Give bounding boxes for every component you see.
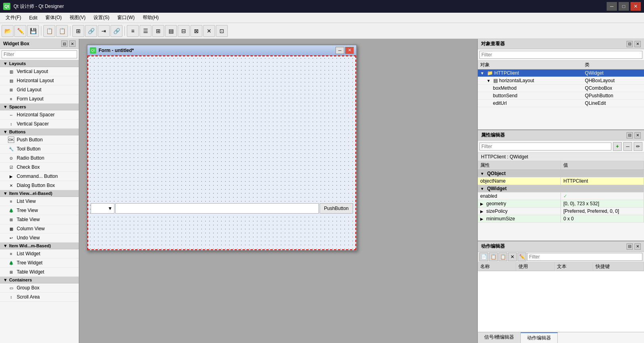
menu-window[interactable]: 窗口(W) — [113, 13, 138, 22]
toolbar-layout-v[interactable]: ☰ — [140, 25, 151, 37]
prop-minus-button[interactable]: ─ — [623, 142, 632, 151]
prop-expand-qwidget[interactable]: ▼ — [480, 187, 484, 191]
prop-sizepolicy-value[interactable]: [Preferred, Preferred, 0, 0] — [561, 208, 644, 215]
prop-expand-geometry[interactable]: ▶ — [480, 202, 483, 206]
widget-tool-button[interactable]: 🔧 Tool Button — [0, 145, 79, 154]
maximize-button[interactable]: □ — [619, 2, 629, 11]
widget-push-button[interactable]: OK Push Button — [0, 135, 79, 145]
widget-form-layout[interactable]: ≡ Form Layout — [0, 94, 79, 104]
toolbar-adjust[interactable]: ⊡ — [216, 25, 228, 37]
widget-box-float[interactable]: ⊟ — [61, 40, 68, 47]
action-tab-action-editor[interactable]: 动作编辑器 — [521, 332, 558, 343]
category-layouts[interactable]: ▼ Layouts — [0, 60, 79, 67]
form-minimize[interactable]: ─ — [336, 47, 344, 54]
close-button[interactable]: ✕ — [630, 2, 641, 11]
widget-command-button[interactable]: ▶ Command... Button — [0, 172, 79, 181]
prop-enabled-value[interactable]: ✓ — [561, 193, 644, 200]
form-pushbutton[interactable]: PushButton — [320, 203, 353, 214]
form-canvas[interactable]: ▼ PushButton — [87, 56, 356, 250]
toolbar-copy[interactable]: 📋 — [43, 25, 55, 37]
prop-expand-minimumsize[interactable]: ▶ — [480, 217, 483, 221]
object-inspector-float[interactable]: ⊟ — [627, 41, 633, 47]
widget-horizontal-spacer[interactable]: ↔ Horizontal Spacer — [0, 110, 79, 119]
menu-edit[interactable]: Edit — [25, 14, 41, 21]
inspector-row-httpclient[interactable]: ▼ 📁 HTTPClient QWidget — [478, 69, 644, 77]
action-delete-btn[interactable]: ✕ — [508, 252, 517, 261]
action-filter-input[interactable] — [527, 253, 642, 261]
inspector-row-horizontal-layout[interactable]: ▼ ▤ horizontalLayout QHBoxLayout — [478, 77, 644, 85]
inspector-row-editurl[interactable]: editUrl QLineEdit — [478, 100, 644, 107]
toolbar-save[interactable]: 💾 — [27, 25, 39, 37]
toolbar-edit[interactable]: ✏️ — [14, 25, 26, 37]
action-copy-btn[interactable]: 📋 — [489, 252, 498, 261]
widget-grid-layout[interactable]: ⊞ Grid Layout — [0, 85, 79, 94]
toolbar-layout-grid[interactable]: ⊞ — [152, 25, 164, 37]
prop-expand-qobject[interactable]: ▼ — [480, 172, 484, 176]
widget-vertical-spacer[interactable]: ↕ Vertical Spacer — [0, 119, 79, 129]
prop-geometry-value[interactable]: [0, 0), 723 x 532] — [561, 200, 644, 208]
widget-table-widget[interactable]: ⊞ Table Widget — [0, 268, 79, 277]
prop-row-geometry[interactable]: ▶ geometry [0, 0), 723 x 532] — [478, 200, 644, 208]
category-item-widgets[interactable]: ▼ Item Wid...m-Based) — [0, 243, 79, 249]
widget-check-box[interactable]: ☑ Check Box — [0, 163, 79, 172]
toolbar-signal-slot[interactable]: 🔗 — [85, 25, 97, 37]
category-containers[interactable]: ▼ Containers — [0, 277, 79, 283]
widget-dialog-button-box[interactable]: ✕ Dialog Button Box — [0, 181, 79, 190]
prop-row-minimumsize[interactable]: ▶ minimumSize 0 x 0 — [478, 215, 644, 223]
prop-row-objectname[interactable]: objectName HTTPClient — [478, 177, 644, 185]
toolbar-break-layout[interactable]: ✕ — [203, 25, 215, 37]
toolbar-tab-order[interactable]: ⇥ — [98, 25, 110, 37]
form-editor-area[interactable]: Qt Form - untitled* ─ ✕ ▼ PushButton — [80, 39, 477, 343]
form-combobox[interactable]: ▼ — [91, 203, 114, 214]
menu-file[interactable]: 文件(F) — [2, 13, 25, 22]
widget-horizontal-layout[interactable]: ▤ Horizontal Layout — [0, 76, 79, 85]
action-new-btn[interactable]: 📄 — [479, 252, 488, 261]
action-edit-btn[interactable]: ✏️ — [518, 252, 526, 261]
widget-scroll-area[interactable]: ↕ Scroll Area — [0, 293, 79, 302]
toolbar-layout-form[interactable]: ▤ — [165, 25, 177, 37]
prop-row-sizepolicy[interactable]: ▶ sizePolicy [Preferred, Preferred, 0, 0… — [478, 208, 644, 215]
inspector-row-boxmethod[interactable]: boxMethod QComboBox — [478, 85, 644, 92]
prop-add-button[interactable]: + — [613, 142, 622, 151]
action-editor-close[interactable]: ✕ — [634, 243, 641, 250]
toolbar-widget-editor[interactable]: ⊞ — [72, 25, 84, 37]
property-editor-float[interactable]: ⊟ — [627, 132, 633, 139]
action-tab-signal-slot[interactable]: 信号/槽编辑器 — [478, 332, 521, 343]
menu-settings[interactable]: 设置(S) — [89, 13, 113, 22]
category-spacers[interactable]: ▼ Spacers — [0, 104, 79, 110]
widget-tree-view[interactable]: 🌲 Tree View — [0, 206, 79, 215]
widget-radio-button[interactable]: ⊙ Radio Button — [0, 154, 79, 163]
widget-box-close[interactable]: ✕ — [69, 40, 76, 47]
toolbar-buddy[interactable]: 🔗 — [111, 25, 122, 37]
prop-edit-button[interactable]: ✏ — [634, 142, 642, 151]
object-inspector-close[interactable]: ✕ — [634, 41, 641, 47]
category-item-views[interactable]: ▼ Item View...el-Based) — [0, 190, 79, 197]
widget-table-view[interactable]: ⊞ Table View — [0, 215, 79, 224]
widget-column-view[interactable]: ▦ Column View — [0, 224, 79, 233]
property-editor-close[interactable]: ✕ — [634, 132, 641, 139]
prop-row-enabled[interactable]: enabled ✓ — [478, 193, 644, 200]
prop-expand-sizepolicy[interactable]: ▶ — [480, 209, 483, 214]
widget-group-box[interactable]: ▭ Group Box — [0, 283, 79, 293]
prop-minimumsize-value[interactable]: 0 x 0 — [561, 215, 644, 223]
prop-filter-input[interactable] — [479, 143, 611, 150]
form-content[interactable]: ▼ PushButton — [87, 56, 356, 250]
minimize-button[interactable]: ─ — [607, 2, 617, 11]
inspector-row-buttonsend[interactable]: buttonSend QPushButton — [478, 92, 644, 100]
widget-list-view[interactable]: ≡ List View — [0, 197, 79, 206]
widget-vertical-layout[interactable]: ▥ Vertical Layout — [0, 67, 79, 76]
widget-tree-widget[interactable]: 🌲 Tree Widget — [0, 258, 79, 268]
widget-list-widget[interactable]: ≡ List Widget — [0, 249, 79, 258]
category-buttons[interactable]: ▼ Buttons — [0, 129, 79, 135]
toolbar-open[interactable]: 📂 — [2, 25, 14, 37]
action-editor-float[interactable]: ⊟ — [627, 243, 633, 250]
toolbar-layout-split-v[interactable]: ⊠ — [190, 25, 202, 37]
toolbar-paste[interactable]: 📋 — [56, 25, 68, 37]
toolbar-layout-h[interactable]: ≡ — [127, 25, 139, 37]
form-close[interactable]: ✕ — [345, 47, 354, 54]
menu-view[interactable]: 视图(V) — [66, 13, 89, 22]
form-lineedit[interactable] — [115, 203, 319, 214]
menu-help[interactable]: 帮助(H) — [139, 13, 163, 22]
menu-form[interactable]: 窗体(O) — [41, 13, 66, 22]
widget-filter-input[interactable] — [2, 50, 77, 58]
